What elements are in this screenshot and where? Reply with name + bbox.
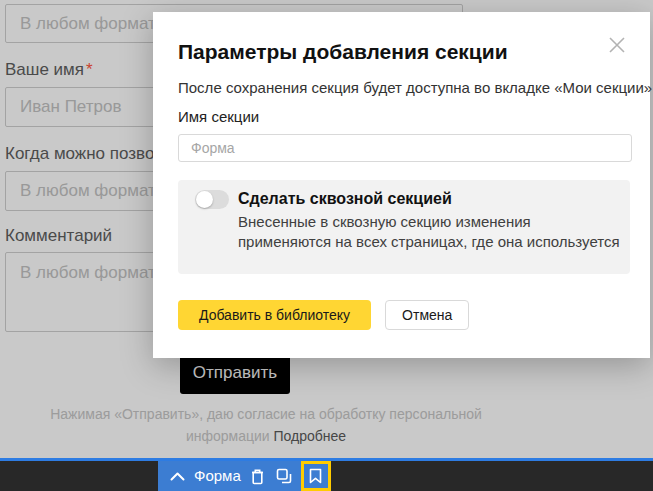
toggle-description: Внесенные в сквозную секцию изменения пр… (238, 212, 630, 252)
through-section-toggle[interactable] (195, 190, 229, 209)
cancel-button[interactable]: Отмена (385, 300, 469, 330)
add-section-modal: Параметры добавления секции После сохран… (153, 12, 650, 358)
add-to-library-button[interactable]: Добавить в библиотеку (178, 300, 371, 330)
section-name-label: Имя секции (178, 108, 632, 126)
modal-subtitle: После сохранения секция будет доступна в… (178, 78, 632, 98)
toggle-description-line2: применяются на всех страницах, где она и… (238, 232, 630, 252)
section-name-input[interactable] (178, 134, 632, 162)
chevron-up-icon[interactable] (168, 461, 186, 491)
duplicate-icon[interactable] (275, 461, 293, 491)
section-name-badge: Форма (194, 461, 241, 491)
page: Ваше имя* Когда можно позвонить Коммента… (0, 0, 653, 491)
bookmark-icon[interactable] (301, 461, 331, 491)
modal-title: Параметры добавления секции (178, 40, 632, 64)
modal-buttons-row: Добавить в библиотеку Отмена (178, 300, 632, 330)
section-toolbar: Форма (0, 458, 653, 491)
close-icon[interactable] (606, 34, 628, 56)
section-controls-group: Форма (158, 461, 331, 491)
through-section-panel: Сделать сквозной секцией Внесенные в скв… (178, 180, 630, 274)
toggle-knob (196, 191, 213, 208)
toggle-label: Сделать сквозной секцией (238, 189, 630, 209)
toggle-description-line1: Внесенные в сквозную секцию изменения (238, 212, 630, 232)
trash-icon[interactable] (249, 461, 267, 491)
toolbar-body: Форма (0, 461, 653, 491)
